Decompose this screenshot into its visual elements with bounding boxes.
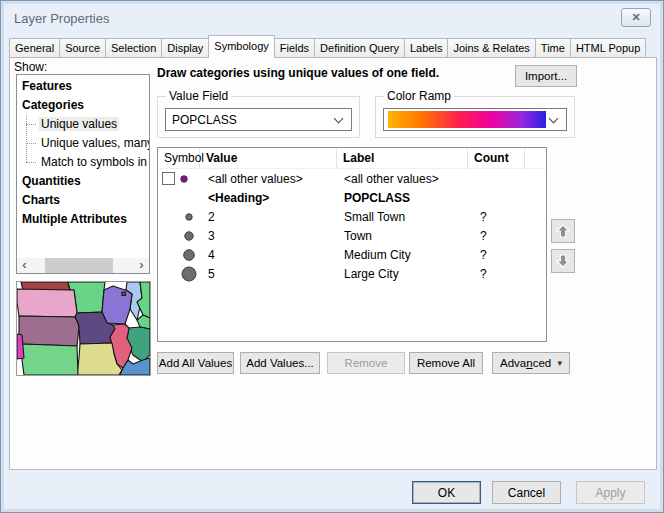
tab-general[interactable]: General [9,38,60,58]
cell-value: 3 [200,229,337,243]
down-arrow-icon [555,253,571,269]
tree-connector [26,124,36,125]
cell-label: Small Town [337,210,468,224]
table-row-4[interactable]: 4 Medium City ? [158,245,546,264]
table-row-all-other-values[interactable]: <all other values> <all other values> [158,169,546,188]
color-ramp-group: Color Ramp [375,96,575,138]
tree-item-categories[interactable]: Categories [17,96,149,115]
scroll-left-icon[interactable]: ‹ [17,258,32,273]
apply-button[interactable]: Apply [576,481,645,504]
remove-all-button[interactable]: Remove All [409,352,483,374]
tree-item-label: Unique values, many [39,136,150,150]
table-row-2[interactable]: 2 Small Town ? [158,207,546,226]
table-header: Symbol Value Label Count [158,148,546,169]
tab-symbology[interactable]: Symbology [208,35,274,58]
tree-item-match-symbols[interactable]: Match to symbols in a [17,153,149,172]
graduated-symbol-icon [162,246,198,264]
tree-item-label: Match to symbols in a [39,155,150,169]
advanced-button-label: Advanced [500,357,551,369]
unique-values-table: Symbol Value Label Count <all other valu… [157,147,547,342]
remove-button[interactable]: Remove [327,352,405,374]
value-field-group: Value Field POPCLASS [157,96,360,138]
all-other-values-symbol-icon [175,171,191,187]
map-state [17,289,77,317]
cell-count: ? [468,267,525,281]
scrollbar-track[interactable] [32,258,134,273]
tab-joins-relates[interactable]: Joins & Relates [448,38,535,58]
map-preview [16,281,151,376]
cell-count: ? [468,210,525,224]
chevron-down-icon [334,113,344,123]
tree-horizontal-scrollbar[interactable]: ‹ › [17,258,149,273]
show-label: Show: [14,60,47,74]
column-header-symbol[interactable]: Symbol [158,148,200,169]
tab-source[interactable]: Source [60,38,106,58]
table-row-heading[interactable]: <Heading> POPCLASS [158,188,546,207]
tab-labels[interactable]: Labels [405,38,448,58]
table-row-5[interactable]: 5 Large City ? [158,264,546,283]
color-ramp-label: Color Ramp [384,89,454,103]
tree-item-label: Unique values [39,117,119,131]
tab-selection[interactable]: Selection [106,38,162,58]
all-other-values-checkbox[interactable] [162,172,175,185]
cell-value: 2 [200,210,337,224]
tab-html-popup[interactable]: HTML Popup [571,38,646,58]
graduated-symbol-icon [162,265,198,283]
symbology-tab-page: Show: Features Categories Unique values … [9,57,657,470]
table-row-3[interactable]: 3 Town ? [158,226,546,245]
tree-connector [26,162,36,163]
tab-definition-query[interactable]: Definition Query [315,38,405,58]
tree-connector [26,143,36,144]
cell-count: ? [468,229,525,243]
tree-item-features[interactable]: Features [17,77,149,96]
import-button[interactable]: Import... [515,65,577,87]
cell-count: ? [468,248,525,262]
cell-label: Town [337,229,468,243]
add-all-values-button[interactable]: Add All Values [157,352,234,374]
column-header-label[interactable]: Label [337,148,468,169]
cell-value: 5 [200,267,337,281]
cell-label: Medium City [337,248,468,262]
tab-time[interactable]: Time [536,38,571,58]
graduated-symbol-icon [162,208,198,226]
map-state [22,344,78,375]
cancel-button[interactable]: Cancel [492,481,561,504]
map-preview-image [17,282,150,375]
cell-label: <all other values> [337,172,468,186]
tree-item-quantities[interactable]: Quantities [17,172,149,191]
cell-value: 4 [200,248,337,262]
dropdown-arrow-icon: ▾ [557,358,562,368]
add-values-button[interactable]: Add Values... [240,352,320,374]
move-up-button[interactable] [551,219,575,243]
scroll-right-icon[interactable]: › [134,258,149,273]
scrollbar-thumb[interactable] [45,258,113,273]
tree-item-unique-values[interactable]: Unique values [17,115,149,134]
tab-fields[interactable]: Fields [275,38,315,58]
window-title: Layer Properties [14,11,109,26]
map-state [19,316,79,346]
tab-display[interactable]: Display [162,38,209,58]
close-icon: ✕ [631,12,640,23]
value-field-dropdown[interactable]: POPCLASS [165,108,352,131]
color-ramp-swatch [388,111,546,128]
page-heading: Draw categories using unique values of o… [157,66,439,80]
show-tree: Features Categories Unique values Unique… [16,74,150,274]
tab-strip: General Source Selection Display Symbolo… [9,35,657,58]
tree-item-multiple-attributes[interactable]: Multiple Attributes [17,210,149,229]
tree-item-charts[interactable]: Charts [17,191,149,210]
ok-button[interactable]: OK [412,481,481,504]
chevron-down-icon [549,113,559,123]
column-header-value[interactable]: Value [200,148,337,169]
advanced-button[interactable]: Advanced ▾ [492,352,570,374]
column-header-count[interactable]: Count [468,148,525,169]
move-down-button[interactable] [551,249,575,273]
close-button[interactable]: ✕ [621,8,651,27]
map-marker [122,292,126,296]
cell-value: <Heading> [200,191,337,205]
tree-item-unique-values-many[interactable]: Unique values, many [17,134,149,153]
cell-label: Large City [337,267,468,281]
layer-properties-dialog: Layer Properties ✕ General Source Select… [0,0,664,513]
up-arrow-icon [555,223,571,239]
color-ramp-dropdown[interactable] [383,108,567,131]
title-bar[interactable]: Layer Properties ✕ [5,5,659,31]
